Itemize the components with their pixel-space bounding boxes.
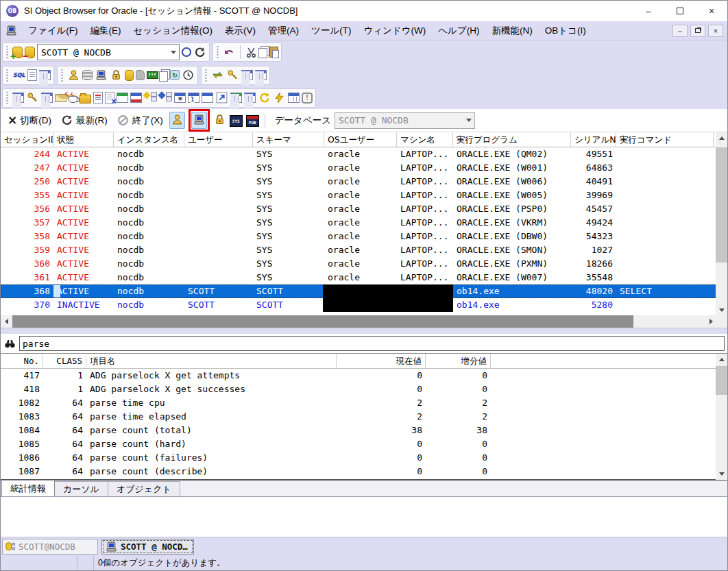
scroll-up-button[interactable] (716, 354, 727, 365)
column-header-0[interactable]: セッションID (1, 132, 53, 147)
chevron-down-icon[interactable] (463, 113, 474, 128)
redo-log-icon[interactable] (159, 71, 168, 82)
table-row[interactable]: 244ACTIVEnocdbSYSoracleLAPTOP...ORACLE.E… (1, 147, 717, 161)
report-icon[interactable] (93, 92, 103, 104)
window-numbers-icon[interactable] (188, 93, 199, 103)
sql-analyze-icon[interactable] (241, 70, 253, 80)
sys-filter-icon[interactable] (230, 115, 243, 127)
table-row[interactable]: 359ACTIVEnocdbSYSoracleLAPTOP...ORACLE.E… (1, 243, 717, 257)
privilege-icon[interactable] (26, 91, 39, 104)
column-header-3[interactable]: 現在値 (337, 354, 426, 368)
mdi-system-menu-icon[interactable] (5, 24, 18, 37)
table-row[interactable]: 247ACTIVEnocdbSYSoracleLAPTOP...ORACLE.E… (1, 161, 717, 175)
menu-item-4[interactable]: 管理(A) (262, 22, 305, 40)
recycle-bin-icon[interactable] (170, 70, 180, 80)
toolbar-grip[interactable] (216, 45, 219, 59)
refresh-loop-icon[interactable] (258, 91, 271, 104)
rollback-segment-icon[interactable] (125, 70, 134, 81)
invalid-doc-icon[interactable] (105, 92, 114, 104)
table-row[interactable]: 356ACTIVEnocdbSYSoracleLAPTOP...ORACLE.E… (1, 202, 717, 216)
scroll-left-button[interactable] (1, 316, 12, 328)
grid-doc-icon[interactable] (244, 93, 256, 103)
scrollbar-thumb[interactable] (12, 315, 633, 328)
window-green-icon[interactable] (117, 93, 128, 103)
database-combobox[interactable]: SCOTT @ NOCDB (335, 112, 475, 129)
window-blue-icon[interactable] (202, 93, 213, 103)
taskbar-session-window-button[interactable]: SCOTT @ NOCD… (101, 539, 194, 555)
mail-icon[interactable] (55, 94, 66, 102)
column-header-1[interactable]: CLASS (43, 354, 86, 368)
toolbar-grip[interactable] (5, 91, 9, 105)
columns-icon[interactable] (288, 93, 300, 103)
scrollbar-thumb[interactable] (716, 366, 727, 395)
table-list-icon[interactable] (12, 93, 24, 103)
script-output-icon[interactable] (27, 69, 37, 81)
column-header-5[interactable]: OSユーザー (324, 132, 397, 147)
toolbar-grip[interactable] (204, 69, 208, 82)
pub-filter-icon[interactable] (246, 115, 259, 127)
quick-sql-icon[interactable] (273, 91, 286, 104)
minimize-button[interactable]: – (633, 1, 664, 21)
maximize-button[interactable] (664, 1, 696, 21)
memory-icon[interactable] (147, 71, 158, 79)
cut-icon[interactable] (245, 46, 258, 59)
undo-icon[interactable] (223, 46, 236, 59)
mdi-close-button[interactable]: × (708, 25, 723, 37)
machine-filter-icon[interactable] (193, 113, 206, 126)
table-row[interactable]: 4171ADG parselock X get attempts00 (1, 369, 717, 382)
menu-item-3[interactable]: 表示(V) (219, 22, 262, 40)
menu-item-1[interactable]: 編集(E) (84, 22, 128, 40)
column-header-9[interactable]: 実行コマンド (616, 132, 714, 147)
job-icon[interactable] (182, 69, 195, 82)
column-header-4[interactable]: 増分値 (426, 354, 491, 368)
column-header-3[interactable]: ユーザー (184, 132, 253, 147)
menu-item-9[interactable]: OBトコ(I) (539, 22, 592, 40)
result-set-icon[interactable] (39, 70, 51, 80)
menu-item-8[interactable]: 新機能(N) (486, 22, 539, 40)
taskbar-connection-button[interactable]: SCOTT@NOCDB (2, 539, 98, 555)
mdi-minimize-button[interactable]: – (672, 25, 688, 37)
tab-2[interactable]: オブジェクト (108, 481, 180, 496)
column-header-1[interactable]: 状態 (53, 132, 114, 147)
disconnect-db-icon[interactable] (25, 47, 35, 58)
toolbar-grip[interactable] (5, 45, 9, 59)
disconnect-button[interactable]: × 切断(D) (5, 113, 54, 128)
table-row[interactable]: 108364parse time elapsed22 (1, 410, 717, 424)
lock-icon[interactable] (110, 69, 123, 82)
column-header-2[interactable]: インスタンス名 (114, 132, 184, 147)
tab-1[interactable]: カーソル (54, 481, 108, 496)
filter-machine-toggle[interactable] (191, 112, 207, 129)
scroll-down-button[interactable] (716, 468, 727, 480)
tab-0[interactable]: 統計情報 (1, 480, 55, 496)
scroll-up-button[interactable] (716, 132, 727, 144)
window-red-icon[interactable] (130, 93, 142, 103)
table-row[interactable]: 108764parse count (describe)00 (1, 465, 717, 478)
horizontal-scrollbar[interactable] (1, 315, 717, 328)
table-row[interactable]: 108264parse time cpu22 (1, 396, 717, 410)
grid-green-icon[interactable] (230, 93, 242, 103)
toolbar-grip[interactable] (5, 69, 9, 82)
session-icon[interactable] (95, 69, 108, 82)
menu-item-5[interactable]: ツール(T) (305, 22, 357, 40)
search-input[interactable] (19, 336, 725, 351)
user-filter-icon[interactable] (171, 113, 184, 126)
tree-blue-icon[interactable] (159, 91, 172, 104)
chevron-down-icon[interactable] (167, 45, 179, 60)
menu-item-6[interactable]: ウィンドウ(W) (357, 22, 432, 40)
table-row[interactable]: 108464parse count (total)3838 (1, 424, 717, 437)
kill-session-button[interactable]: 終了(X) (114, 112, 166, 128)
refresh-button[interactable]: 最新(R) (58, 112, 110, 128)
column-header-8[interactable]: シリアルNo. (571, 132, 616, 147)
column-header-7[interactable]: 実行プログラム (453, 132, 571, 147)
user-icon[interactable] (67, 69, 80, 82)
copy-icon[interactable] (258, 48, 267, 58)
menu-item-0[interactable]: ファイル(F) (22, 22, 84, 40)
column-header-6[interactable]: マシン名 (397, 132, 453, 147)
connect-db-icon[interactable] (12, 47, 23, 58)
jump-icon[interactable] (215, 91, 228, 104)
table-row[interactable]: 355ACTIVEnocdbSYSoracleLAPTOP...ORACLE.E… (1, 189, 717, 202)
vertical-scrollbar[interactable] (716, 354, 727, 480)
procedure-icon[interactable] (69, 96, 77, 103)
mdi-restore-button[interactable] (690, 25, 705, 37)
record-icon[interactable] (182, 47, 191, 57)
